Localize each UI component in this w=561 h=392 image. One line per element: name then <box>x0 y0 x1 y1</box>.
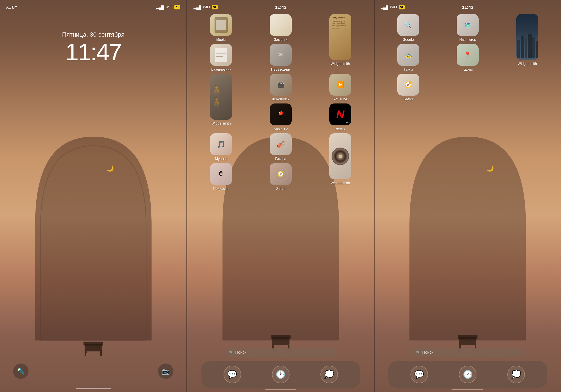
search-bar[interactable]: 🔍 Поиск <box>225 348 337 357</box>
youtube-label: YouTube <box>333 97 347 101</box>
widget-city[interactable]: Widgetsmith <box>500 14 555 71</box>
dock-messages[interactable]: 💭 <box>320 366 338 383</box>
lock-date: Пятница, 30 сентября <box>0 31 186 38</box>
search-label: Поиск <box>422 350 433 355</box>
app-safari[interactable]: 🧭 Safari <box>253 163 308 191</box>
dreams-title: In My Dreams <box>332 17 349 19</box>
music-icon: 🎵 <box>210 133 232 155</box>
lock-controls: 🔦 📷 <box>0 363 186 379</box>
city-widget-icon <box>516 14 538 60</box>
svg-rect-19 <box>536 42 538 58</box>
svg-rect-4 <box>85 351 87 353</box>
app-podcasts[interactable]: 🎙 Подкасты <box>194 163 249 191</box>
status-bar: 11:43 ▂▄█ WiFi 52 <box>375 0 561 11</box>
widget-dreams[interactable]: In My Dreams Of all the things I've seen… <box>313 14 368 71</box>
navigator-label: Навигатор <box>459 38 476 42</box>
status-right: ▂▄█ WiFi 52 <box>194 5 218 10</box>
netflix-icon: N time <box>329 103 351 125</box>
ibooks-label: iBooks <box>216 38 226 42</box>
home-indicator <box>265 389 296 390</box>
whatsapp-icon: 💬 <box>227 370 237 379</box>
diary-label: Ежедневник <box>211 67 231 71</box>
app-translate[interactable]: 👁 Переводчик <box>253 44 308 71</box>
moon-icon: 🌙 <box>106 165 114 172</box>
dock: 💬 🕐 💭 <box>388 361 547 388</box>
whatsapp-icon: 💬 <box>414 370 424 379</box>
dock-clock[interactable]: 🕐 <box>272 366 290 383</box>
podcasts-label: Подкасты <box>213 187 229 191</box>
svg-rect-5 <box>100 351 102 353</box>
search-bar[interactable]: 🔍 Поиск <box>412 348 524 357</box>
app-kinopoisk[interactable]: 🎬 Кинопоиск <box>253 74 308 101</box>
camera-icon: 📷 <box>162 368 170 375</box>
app-music[interactable]: 🎵 Музыка <box>194 133 249 161</box>
app-safari2[interactable]: 🧭 Safari <box>381 74 436 101</box>
guitar-label: Гитара <box>275 157 286 161</box>
torch-button[interactable]: 🔦 <box>13 363 29 379</box>
notes-label: Заметки <box>274 38 287 42</box>
status-right: ▂▄█ WiFi 51 <box>156 5 181 10</box>
dock-whatsapp[interactable]: 💬 <box>410 366 428 383</box>
wifi-icon: WiFi <box>390 5 397 9</box>
kinopoisk-label: Кинопоиск <box>272 97 289 101</box>
app-diary[interactable]: Ежедневник <box>194 44 249 71</box>
battery-indicator: 52 <box>399 5 405 10</box>
carrier-label: A1 BY <box>6 5 17 10</box>
appletv-icon: 🍎 tv <box>270 103 292 125</box>
couple-widget-label: Widgetsmith <box>211 121 231 125</box>
couple-widget-icon: 🧍🧍 <box>210 74 232 120</box>
youtube-icon: ▶️ <box>329 74 351 96</box>
ibooks-icon <box>210 14 232 36</box>
dock-whatsapp[interactable]: 💬 <box>224 366 241 383</box>
safari-label: Safari <box>276 187 285 191</box>
dock: 💬 🕐 💭 <box>201 361 360 388</box>
vinyl-widget-icon <box>329 133 351 179</box>
svg-rect-14 <box>518 40 520 58</box>
safari-icon: 🧭 <box>270 163 292 185</box>
app-maps[interactable]: 📍 Карты <box>440 44 495 71</box>
clock-icon: 🕐 <box>463 370 473 379</box>
taxi-label: Такси <box>404 67 413 71</box>
dock-clock[interactable]: 🕐 <box>459 366 476 383</box>
app-netflix[interactable]: N time Netflix <box>313 103 368 131</box>
maps-label: Карты <box>463 67 473 71</box>
status-right: ▂▄█ WiFi 52 <box>381 5 405 10</box>
home-indicator <box>76 388 111 389</box>
app-appletv[interactable]: 🍎 tv Apple TV <box>253 103 308 131</box>
taxi-icon: 🚕 <box>397 44 419 66</box>
city-widget-label: Widgetsmith <box>518 62 537 66</box>
camera-button[interactable]: 📷 <box>158 363 173 379</box>
search-label: Поиск <box>235 350 246 355</box>
svg-rect-15 <box>521 36 524 58</box>
svg-rect-17 <box>528 34 532 58</box>
messages-icon: 💭 <box>324 370 334 379</box>
app-google[interactable]: 🔍 Google <box>381 14 436 42</box>
signal-icon: ▂▄█ <box>156 5 164 10</box>
battery-indicator: 51 <box>174 5 180 10</box>
app-taxi[interactable]: 🚕 Такси <box>381 44 436 71</box>
clock-icon: 🕐 <box>276 370 286 379</box>
dreams-body: Of all the things I've seen, you make th… <box>332 21 349 29</box>
netflix-label: Netflix <box>335 127 345 131</box>
home-indicator <box>452 389 483 390</box>
chair-decoration <box>80 337 107 355</box>
app-notes[interactable]: Заметки <box>253 14 308 42</box>
dreams-label: Widgetsmith <box>331 62 350 66</box>
widget-couple[interactable]: 🧍🧍 Widgetsmith <box>194 74 249 131</box>
app-guitar[interactable]: 🎻 Гитара <box>253 133 308 161</box>
app-ibooks[interactable]: iBooks <box>194 14 249 42</box>
diary-icon <box>210 44 232 66</box>
navigator-icon: 🗺️ <box>457 14 479 36</box>
wifi-icon: WiFi <box>203 5 210 9</box>
svg-rect-18 <box>532 37 535 58</box>
home-screen-2: 11:43 ▂▄█ WiFi 52 iBooks <box>187 0 374 392</box>
vinyl-widget-label: Widgetsmith <box>331 181 350 185</box>
search-icon: 🔍 <box>229 350 234 355</box>
music-label: Музыка <box>215 157 227 161</box>
app-youtube[interactable]: ▶️ YouTube <box>313 74 368 101</box>
dock-messages[interactable]: 💭 <box>507 366 525 383</box>
app-navigator[interactable]: 🗺️ Навигатор <box>440 14 495 42</box>
podcasts-icon: 🎙 <box>210 163 232 185</box>
widget-vinyl[interactable]: Widgetsmith <box>313 133 368 191</box>
wifi-icon: WiFi <box>165 5 173 9</box>
